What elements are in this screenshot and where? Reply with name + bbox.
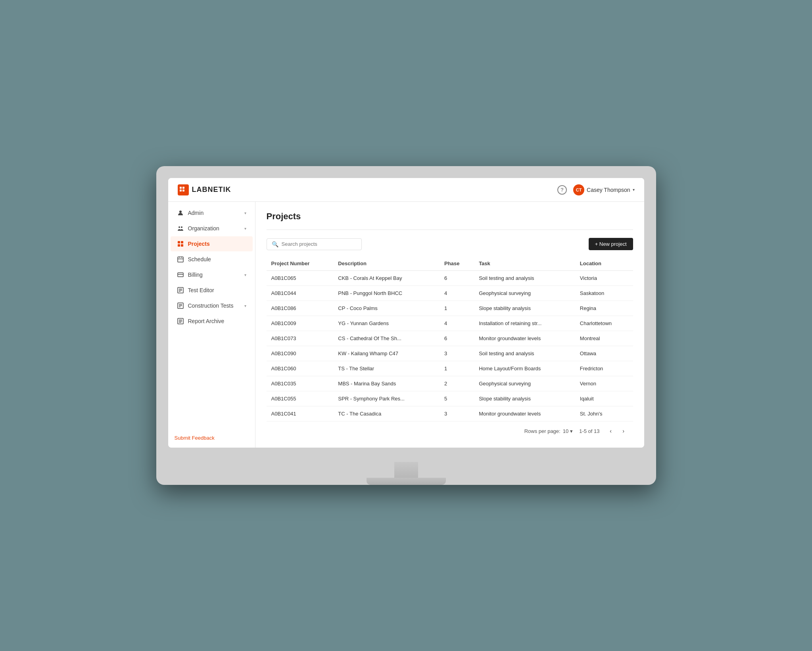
table-row[interactable]: A0B1C035MBS - Marina Bay Sands2Geophysic…	[267, 376, 633, 391]
prev-page-button[interactable]: ‹	[606, 426, 616, 436]
pagination: Rows per page: 10 ▾ 1-5 of 13 ‹ ›	[267, 421, 633, 437]
cell-phase: 1	[440, 361, 474, 376]
table-row[interactable]: A0B1C060TS - The Stellar1Home Layout/For…	[267, 361, 633, 376]
sidebar-item-label: Projects	[188, 241, 246, 247]
report-archive-icon	[177, 318, 184, 325]
table-row[interactable]: A0B1C073CS - Cathedral Of The Sh...6Moni…	[267, 331, 633, 346]
cell-location: Saskatoon	[575, 286, 633, 301]
table-row[interactable]: A0B1C009YG - Yunnan Gardens4Installation…	[267, 316, 633, 331]
cell-project_number: A0B1C055	[267, 391, 334, 406]
cell-task: Soil testing and analysis	[474, 346, 575, 361]
table-row[interactable]: A0B1C055SPR - Symphony Park Res...5Slope…	[267, 391, 633, 406]
svg-point-5	[179, 211, 182, 213]
sidebar-item-report-archive[interactable]: Report Archive	[171, 314, 253, 329]
new-project-button[interactable]: + New project	[589, 238, 633, 250]
cell-project_number: A0B1C009	[267, 316, 334, 331]
cell-project_number: A0B1C073	[267, 331, 334, 346]
cell-project_number: A0B1C041	[267, 406, 334, 421]
sidebar-item-label: Test Editor	[188, 287, 246, 293]
avatar: CT	[573, 184, 584, 195]
cell-task: Soil testing and analysis	[474, 271, 575, 286]
cell-description: CKB - Corals At Keppel Bay	[333, 271, 440, 286]
page-info: 1-5 of 13	[579, 428, 599, 434]
topbar-right: ? CT Casey Thompson ▾	[557, 184, 634, 195]
rows-per-page-label: Rows per page:	[524, 428, 561, 434]
svg-rect-3	[180, 190, 182, 191]
user-menu[interactable]: CT Casey Thompson ▾	[573, 184, 634, 195]
rows-per-page: Rows per page: 10 ▾	[524, 428, 573, 434]
cell-phase: 6	[440, 331, 474, 346]
svg-rect-8	[178, 241, 180, 243]
content-divider	[267, 230, 633, 230]
cell-task: Monitor groundwater levels	[474, 331, 575, 346]
sidebar-item-projects[interactable]: Projects	[171, 236, 253, 251]
rows-per-page-select[interactable]: 10 ▾	[563, 428, 573, 434]
table-column-header: Task	[474, 257, 575, 271]
cell-project_number: A0B1C044	[267, 286, 334, 301]
cell-phase: 2	[440, 376, 474, 391]
chevron-down-icon: ▾	[244, 226, 246, 231]
next-page-button[interactable]: ›	[619, 426, 628, 436]
cell-description: YG - Yunnan Gardens	[333, 316, 440, 331]
cell-phase: 3	[440, 406, 474, 421]
table-row[interactable]: A0B1C090KW - Kailang Whamp C473Soil test…	[267, 346, 633, 361]
cell-location: Victoria	[575, 271, 633, 286]
table-row[interactable]: A0B1C086CP - Coco Palms1Slope stability …	[267, 301, 633, 316]
topbar: LABNETIK ? CT Casey Thompson ▾	[168, 178, 644, 202]
sidebar-item-label: Schedule	[188, 256, 246, 262]
svg-point-6	[179, 226, 180, 228]
cell-description: CS - Cathedral Of The Sh...	[333, 331, 440, 346]
chevron-down-icon: ▾	[244, 273, 246, 277]
cell-task: Geophysical surveying	[474, 376, 575, 391]
cell-location: Ottawa	[575, 346, 633, 361]
submit-feedback-link[interactable]: Submit Feedback	[175, 435, 215, 441]
sidebar-item-label: Billing	[188, 272, 240, 278]
cell-project_number: A0B1C090	[267, 346, 334, 361]
svg-rect-2	[182, 187, 184, 189]
cell-phase: 6	[440, 271, 474, 286]
content-area: Projects 🔍 + New project Project NumberD…	[255, 202, 644, 448]
sidebar-item-test-editor[interactable]: Test Editor	[171, 283, 253, 298]
schedule-icon	[177, 256, 184, 263]
search-box[interactable]: 🔍	[267, 238, 362, 250]
svg-rect-1	[180, 187, 182, 189]
cell-project_number: A0B1C060	[267, 361, 334, 376]
page-title: Projects	[267, 211, 633, 222]
table-column-header: Description	[333, 257, 440, 271]
help-icon[interactable]: ?	[557, 185, 567, 195]
page-nav: ‹ ›	[606, 426, 628, 436]
table-column-header: Location	[575, 257, 633, 271]
sidebar-item-organization[interactable]: Organization▾	[171, 221, 253, 236]
cell-project_number: A0B1C065	[267, 271, 334, 286]
cell-phase: 4	[440, 286, 474, 301]
stand-base	[367, 478, 446, 485]
sidebar-item-label: Admin	[188, 210, 240, 216]
test-editor-icon	[177, 287, 184, 294]
cell-description: MBS - Marina Bay Sands	[333, 376, 440, 391]
table-row[interactable]: A0B1C044PNB - Punggol North BHCC4Geophys…	[267, 286, 633, 301]
sidebar-item-construction-tests[interactable]: Construction Tests▾	[171, 298, 253, 313]
sidebar-item-schedule[interactable]: Schedule	[171, 252, 253, 267]
projects-icon	[177, 240, 184, 247]
cell-description: SPR - Symphony Park Res...	[333, 391, 440, 406]
table-row[interactable]: A0B1C041TC - The Casadica3Monitor ground…	[267, 406, 633, 421]
search-input[interactable]	[282, 241, 357, 247]
cell-description: TS - The Stellar	[333, 361, 440, 376]
sidebar-item-admin[interactable]: Admin▾	[171, 205, 253, 220]
cell-phase: 5	[440, 391, 474, 406]
sidebar-item-billing[interactable]: Billing▾	[171, 267, 253, 282]
table-row[interactable]: A0B1C065CKB - Corals At Keppel Bay6Soil …	[267, 271, 633, 286]
sidebar-item-label: Organization	[188, 225, 240, 232]
table-column-header: Project Number	[267, 257, 334, 271]
toolbar: 🔍 + New project	[267, 238, 633, 250]
sidebar-footer: Submit Feedback	[168, 428, 255, 448]
cell-description: CP - Coco Palms	[333, 301, 440, 316]
cell-location: St. John's	[575, 406, 633, 421]
chevron-down-icon: ▾	[244, 211, 246, 215]
cell-location: Regina	[575, 301, 633, 316]
cell-project_number: A0B1C035	[267, 376, 334, 391]
main-layout: Admin▾Organization▾ProjectsScheduleBilli…	[168, 202, 644, 448]
cell-location: Iqaluit	[575, 391, 633, 406]
billing-icon	[177, 271, 184, 278]
svg-rect-11	[181, 244, 183, 247]
